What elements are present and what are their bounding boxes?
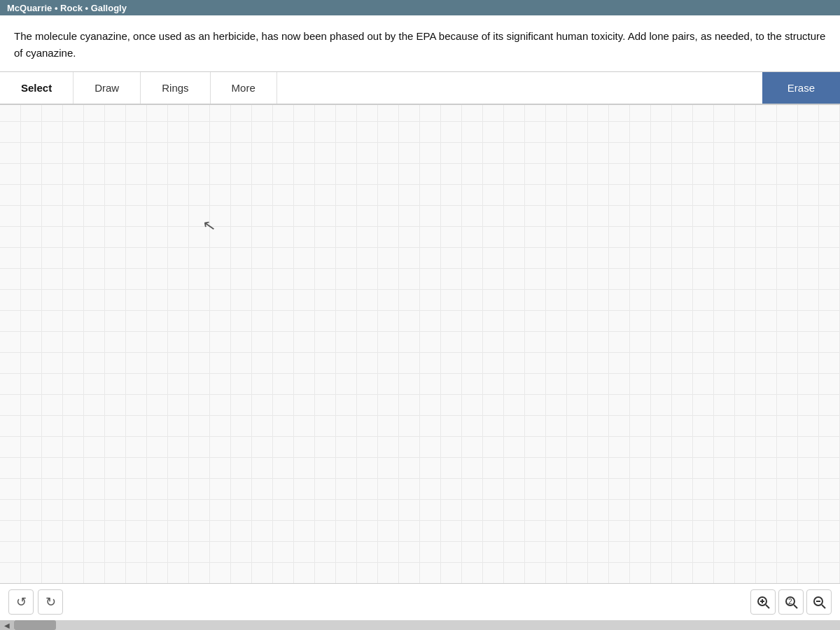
- scrollbar-area[interactable]: ◀: [0, 620, 840, 630]
- zoom-group: 2: [750, 589, 832, 615]
- svg-text:2: 2: [788, 598, 792, 606]
- drawing-area[interactable]: ↖: [0, 105, 840, 583]
- svg-line-5: [794, 605, 797, 608]
- svg-line-8: [822, 605, 825, 608]
- question-text: The molecule cyanazine, once used as an …: [0, 15, 840, 72]
- rings-button[interactable]: Rings: [141, 72, 210, 104]
- scroll-left-arrow[interactable]: ◀: [0, 620, 14, 630]
- main-container: The molecule cyanazine, once used as an …: [0, 15, 840, 630]
- zoom-out-button[interactable]: [806, 589, 832, 615]
- zoom-fit-button[interactable]: 2: [778, 589, 804, 615]
- header-bar: McQuarrie • Rock • Gallogly: [0, 0, 840, 15]
- header-title: McQuarrie • Rock • Gallogly: [7, 3, 127, 13]
- select-button[interactable]: Select: [0, 72, 74, 104]
- undo-button[interactable]: ↺: [8, 589, 34, 615]
- cursor-icon: ↖: [202, 216, 217, 237]
- bottom-bar: ↺ ↻ 2: [0, 583, 840, 620]
- erase-button[interactable]: Erase: [762, 72, 840, 104]
- draw-button[interactable]: Draw: [74, 72, 141, 104]
- toolbar-spacer: [277, 72, 762, 104]
- undo-icon: ↺: [16, 594, 27, 610]
- redo-icon: ↻: [46, 594, 56, 610]
- redo-button[interactable]: ↻: [38, 589, 63, 615]
- zoom-in-button[interactable]: [750, 589, 776, 615]
- svg-line-1: [766, 605, 769, 608]
- zoom-in-icon: [756, 595, 770, 609]
- zoom-fit-icon: 2: [784, 595, 798, 609]
- toolbar: Select Draw Rings More Erase: [0, 72, 840, 105]
- zoom-out-icon: [812, 595, 826, 609]
- more-button[interactable]: More: [211, 72, 277, 104]
- scrollbar-thumb[interactable]: [14, 620, 56, 630]
- undo-redo-group: ↺ ↻: [8, 589, 63, 615]
